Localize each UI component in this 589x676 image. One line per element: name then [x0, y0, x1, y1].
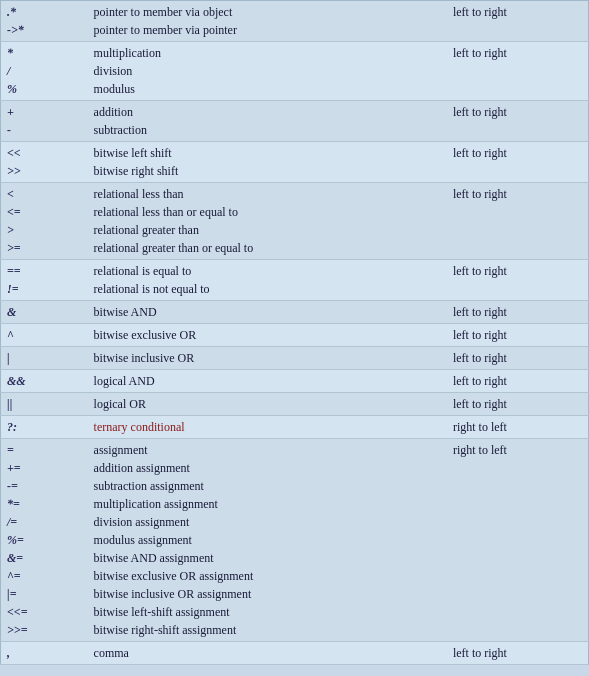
description-cell: pointer to member via objectpointer to m…	[88, 1, 447, 42]
associativity-text: left to right	[453, 328, 507, 342]
description-text: comma	[94, 646, 129, 660]
operator-symbol: *	[7, 46, 13, 60]
operator-cell: <<=>>=	[1, 183, 88, 260]
description-text: relational less than or equal to	[94, 205, 238, 219]
associativity-text: left to right	[453, 264, 507, 278]
description-text: bitwise inclusive OR	[94, 351, 195, 365]
associativity-text: left to right	[453, 187, 507, 201]
operator-symbol: %=	[7, 533, 24, 547]
operator-symbol: %	[7, 82, 17, 96]
operator-symbol: ->*	[7, 23, 24, 37]
operator-symbol: *=	[7, 497, 20, 511]
description-text: modulus assignment	[94, 533, 192, 547]
description-cell: relational is equal torelational is not …	[88, 260, 447, 301]
associativity-text: left to right	[453, 374, 507, 388]
operator-symbol: |	[7, 351, 10, 365]
operator-symbol: &	[7, 305, 16, 319]
description-text: pointer to member via object	[94, 5, 233, 19]
description-text: relational is not equal to	[94, 282, 210, 296]
description-text: bitwise left-shift assignment	[94, 605, 230, 619]
description-text: bitwise AND	[94, 305, 157, 319]
description-text: relational less than	[94, 187, 184, 201]
description-text: bitwise AND assignment	[94, 551, 214, 565]
description-cell: logical OR	[88, 393, 447, 416]
description-text: bitwise inclusive OR assignment	[94, 587, 252, 601]
associativity-cell: left to right	[447, 183, 589, 260]
associativity-text: right to left	[453, 420, 507, 434]
description-cell: bitwise left shiftbitwise right shift	[88, 142, 447, 183]
description-text: bitwise left shift	[94, 146, 172, 160]
description-text: modulus	[94, 82, 135, 96]
description-text: ternary conditional	[94, 420, 185, 434]
description-cell: ternary conditional	[88, 416, 447, 439]
operator-symbol: -=	[7, 479, 18, 493]
operator-symbol: ^	[7, 328, 14, 342]
operator-cell: &	[1, 301, 88, 324]
description-cell: bitwise AND	[88, 301, 447, 324]
operator-symbol: |=	[7, 587, 16, 601]
associativity-text: right to left	[453, 443, 507, 457]
description-text: logical OR	[94, 397, 146, 411]
operator-symbol: <<=	[7, 605, 28, 619]
description-cell: relational less thanrelational less than…	[88, 183, 447, 260]
description-cell: assignmentaddition assignmentsubtraction…	[88, 439, 447, 642]
operator-symbol: =	[7, 443, 14, 457]
description-cell: bitwise exclusive OR	[88, 324, 447, 347]
operator-symbol: .*	[7, 5, 16, 19]
operator-symbol: >=	[7, 241, 21, 255]
operator-cell: <<>>	[1, 142, 88, 183]
associativity-text: left to right	[453, 397, 507, 411]
description-text: pointer to member via pointer	[94, 23, 237, 37]
operator-symbol: &&	[7, 374, 26, 388]
operator-symbol: <<	[7, 146, 21, 160]
description-text: division assignment	[94, 515, 190, 529]
operator-symbol: >>	[7, 164, 21, 178]
description-text: relational greater than	[94, 223, 199, 237]
associativity-cell: left to right	[447, 1, 589, 42]
description-text: logical AND	[94, 374, 155, 388]
description-cell: comma	[88, 642, 447, 665]
associativity-cell: left to right	[447, 324, 589, 347]
associativity-text: left to right	[453, 305, 507, 319]
operator-symbol: -	[7, 123, 11, 137]
operator-cell: &&	[1, 370, 88, 393]
operator-symbol: &=	[7, 551, 23, 565]
description-text: multiplication	[94, 46, 161, 60]
associativity-text: left to right	[453, 5, 507, 19]
description-text: assignment	[94, 443, 148, 457]
operator-symbol: <	[7, 187, 14, 201]
description-text: relational greater than or equal to	[94, 241, 254, 255]
operator-symbol: ||	[7, 397, 12, 411]
associativity-cell: left to right	[447, 347, 589, 370]
description-cell: bitwise inclusive OR	[88, 347, 447, 370]
description-text: bitwise exclusive OR assignment	[94, 569, 254, 583]
operator-cell: ?:	[1, 416, 88, 439]
associativity-cell: left to right	[447, 260, 589, 301]
description-text: subtraction	[94, 123, 147, 137]
operator-symbol: >	[7, 223, 14, 237]
associativity-text: left to right	[453, 646, 507, 660]
operator-symbol: ?:	[7, 420, 17, 434]
associativity-cell: right to left	[447, 439, 589, 642]
associativity-text: left to right	[453, 105, 507, 119]
associativity-cell: left to right	[447, 142, 589, 183]
operator-cell: +-	[1, 101, 88, 142]
operator-symbol: <=	[7, 205, 21, 219]
description-text: relational is equal to	[94, 264, 192, 278]
associativity-text: left to right	[453, 351, 507, 365]
description-text: addition assignment	[94, 461, 190, 475]
associativity-cell: left to right	[447, 393, 589, 416]
operator-symbol: +	[7, 105, 14, 119]
operator-cell: */%	[1, 42, 88, 101]
operator-cell: ==!=	[1, 260, 88, 301]
operator-cell: ||	[1, 393, 88, 416]
operator-symbol: +=	[7, 461, 21, 475]
associativity-cell: left to right	[447, 101, 589, 142]
operator-symbol: /=	[7, 515, 17, 529]
associativity-cell: left to right	[447, 370, 589, 393]
description-text: bitwise right-shift assignment	[94, 623, 237, 637]
associativity-cell: left to right	[447, 642, 589, 665]
operators-table: .*->*pointer to member via objectpointer…	[0, 0, 589, 665]
description-cell: additionsubtraction	[88, 101, 447, 142]
operator-cell: =+=-=*=/=%=&=^=|=<<=>>=	[1, 439, 88, 642]
